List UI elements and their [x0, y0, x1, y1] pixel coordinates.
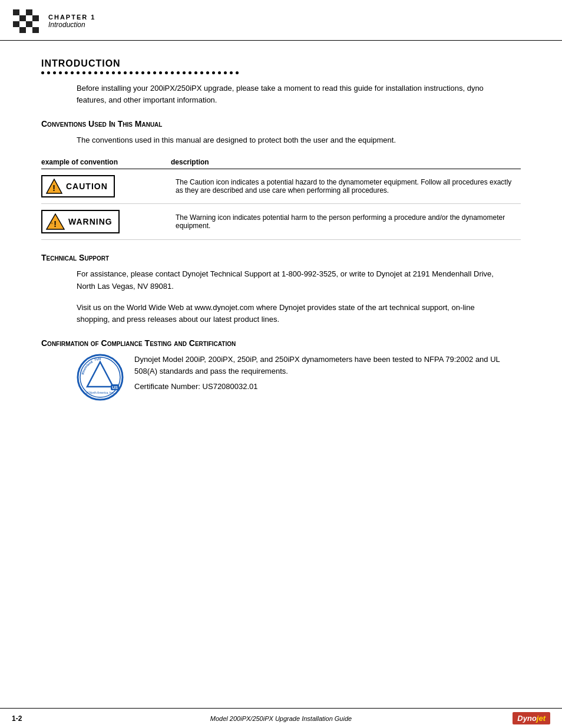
warning-badge-cell: ! WARNING — [41, 204, 171, 240]
main-content: Introduction — [0, 41, 562, 448]
table-row: ! WARNING The Warning icon indicates pot… — [41, 204, 521, 240]
intro-title: Introduction — [41, 58, 521, 69]
page-header: Chapter 1 Introduction — [0, 0, 562, 41]
svg-rect-5 — [13, 9, 19, 15]
warning-badge: ! WARNING — [41, 210, 120, 233]
chapter-label: Chapter 1 — [48, 14, 95, 21]
col-header-convention: example of convention — [41, 156, 171, 169]
svg-rect-14 — [19, 21, 26, 27]
svg-text:of North America, Inc.: of North America, Inc. — [86, 391, 114, 394]
technical-support-title: Technical Support — [41, 253, 521, 262]
chapter-subtitle: Introduction — [48, 21, 95, 29]
conventions-section: Conventions Used In This Manual The conv… — [41, 119, 521, 240]
table-row: ! CAUTION The Caution icon indicates a p… — [41, 169, 521, 204]
dots-separator — [41, 71, 521, 74]
footer-caption: Model 200iPX/250iPX Upgrade Installation… — [210, 715, 352, 722]
cert-content: TÜV Rheinland of North America, Inc. US … — [41, 354, 521, 401]
col-header-description: description — [171, 156, 521, 169]
dynojet-logo-text: Dynojet — [517, 714, 546, 723]
caution-label: CAUTION — [66, 182, 108, 191]
svg-rect-8 — [32, 9, 39, 15]
warning-description: The Warning icon indicates potential har… — [171, 204, 521, 240]
certification-title: Confirmation of Compliance Testing and C… — [41, 338, 521, 348]
conventions-table: example of convention description ! CAUT… — [41, 156, 521, 240]
svg-rect-12 — [32, 15, 39, 21]
svg-rect-9 — [13, 15, 19, 21]
brand-logo — [12, 7, 40, 35]
conventions-body: The conventions used in this manual are … — [41, 134, 521, 146]
caution-triangle-icon: ! — [46, 179, 62, 194]
caution-badge: ! CAUTION — [41, 175, 115, 197]
introduction-section: Introduction — [41, 58, 521, 106]
technical-support-para1: For assistance, please contact Dynojet T… — [41, 268, 521, 292]
svg-rect-15 — [26, 21, 32, 27]
cert-para1: Dynojet Model 200iP, 200iPX, 250iP, and … — [134, 354, 521, 377]
svg-rect-11 — [26, 15, 32, 21]
caution-description: The Caution icon indicates a potential h… — [171, 169, 521, 204]
header-text: Chapter 1 Introduction — [48, 14, 95, 29]
svg-rect-17 — [13, 27, 19, 33]
svg-rect-10 — [19, 15, 26, 21]
svg-rect-18 — [19, 27, 26, 33]
svg-rect-16 — [32, 21, 39, 27]
svg-rect-7 — [26, 9, 32, 15]
page-number: 1-2 — [12, 714, 22, 723]
certification-section: Confirmation of Compliance Testing and C… — [41, 338, 521, 401]
svg-text:US: US — [112, 386, 118, 390]
svg-rect-13 — [13, 21, 19, 27]
technical-support-section: Technical Support For assistance, please… — [41, 253, 521, 325]
svg-rect-20 — [32, 27, 39, 33]
intro-body: Before installing your 200iPX/250iPX upg… — [41, 83, 521, 106]
warning-label: WARNING — [68, 217, 113, 226]
svg-text:!: ! — [54, 219, 57, 229]
conventions-title: Conventions Used In This Manual — [41, 119, 521, 129]
warning-triangle-icon: ! — [46, 213, 65, 230]
cert-para2: Certificate Number: US72080032.01 — [134, 381, 521, 393]
svg-text:!: ! — [52, 183, 56, 193]
technical-support-para2: Visit us on the World Wide Web at www.dy… — [41, 302, 521, 325]
dynojet-footer-logo: Dynojet — [513, 712, 550, 724]
cert-text-block: Dynojet Model 200iP, 200iPX, 250iP, and … — [134, 354, 521, 393]
caution-badge-cell: ! CAUTION — [41, 169, 171, 204]
svg-rect-19 — [26, 27, 32, 33]
tuv-logo-icon: TÜV Rheinland of North America, Inc. US — [77, 354, 124, 401]
page-footer: 1-2 Model 200iPX/250iPX Upgrade Installa… — [0, 708, 562, 728]
svg-rect-6 — [19, 9, 26, 15]
